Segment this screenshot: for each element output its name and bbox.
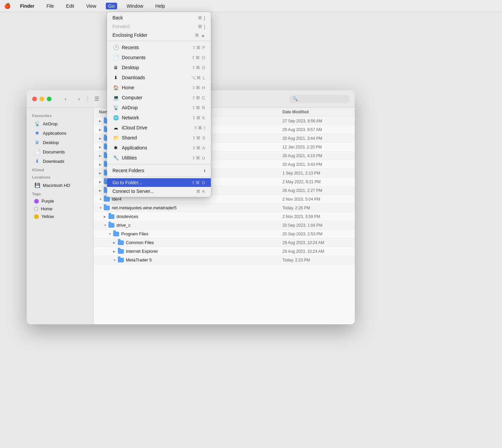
menubar-window[interactable]: Window — [124, 3, 146, 9]
list-item[interactable]: ▶Internet Explorer 29 Aug 2023, 10:24 AM — [94, 247, 355, 256]
menu-network-shortcut: ⇧⌘ K — [192, 115, 205, 120]
sidebar-desktop-label: Desktop — [43, 140, 59, 145]
menu-item-enclosing[interactable]: Enclosing Folder ⌘ ▲ — [107, 31, 211, 39]
apple-menu-icon[interactable]: 🍎 — [4, 3, 11, 9]
sidebar-item-macintosh-hd[interactable]: 💾 Macintosh HD — [29, 181, 91, 190]
sidebar-item-downloads[interactable]: ⬇ Downloads — [29, 156, 91, 166]
menu-home-shortcut: ⇧⌘ H — [192, 85, 205, 90]
list-item[interactable]: ▼drive_c 20 Sep 2023, 1:04 PM — [94, 221, 355, 230]
menu-airdrop-shortcut: ⇧⌘ R — [192, 105, 205, 110]
menubar-finder[interactable]: Finder — [17, 3, 37, 9]
expand-triangle[interactable]: ▼ — [99, 206, 104, 210]
row-filename: lder4 — [112, 197, 121, 202]
menu-item-desktop[interactable]: 🖥 Desktop ⇧⌘ D — [107, 63, 211, 73]
menu-item-icloud[interactable]: ☁ iCloud Drive ⇧⌘ I — [107, 123, 211, 133]
expand-triangle[interactable]: ▶ — [99, 180, 104, 184]
downloads-menu-icon: ⬇ — [112, 74, 119, 81]
menu-enclosing-shortcut: ⌘ ▲ — [195, 33, 205, 38]
menu-item-applications[interactable]: ✱ Applications ⇧⌘ A — [107, 143, 211, 153]
menu-forward-label: Forward — [112, 24, 198, 29]
sidebar-tag-home[interactable]: Home — [29, 205, 91, 213]
menu-icloud-shortcut: ⇧⌘ I — [194, 125, 205, 130]
menu-item-connect-server[interactable]: Connect to Server... ⌘ K — [107, 187, 211, 196]
menu-item-shared[interactable]: 📁 Shared ⇧⌘ S — [107, 133, 211, 143]
back-toolbar-button[interactable]: ‹ — [61, 94, 70, 104]
menu-go-to-folder-label: Go to Folder... — [112, 180, 191, 185]
list-item[interactable]: ▶dosdevices 2 Nov 2023, 3:59 PM — [94, 212, 355, 221]
locations-section-label: Locations — [27, 173, 93, 181]
menu-item-recents[interactable]: 🕐 Recents ⇧⌘ F — [107, 42, 211, 52]
forward-toolbar-button[interactable]: › — [74, 94, 84, 104]
search-field[interactable]: 🔍 — [289, 95, 349, 103]
menu-home-label: Home — [122, 85, 192, 90]
menu-separator-1 — [107, 41, 211, 41]
expand-triangle[interactable]: ▶ — [99, 119, 104, 123]
row-date: 2 May 2022, 8:21 PM — [282, 180, 349, 184]
menu-forward-shortcut: ⌘ ] — [198, 24, 205, 29]
expand-triangle[interactable]: ▼ — [108, 232, 113, 236]
row-date: 2 Nov 2023, 3:59 PM — [282, 214, 349, 219]
home-menu-icon: 🏠 — [112, 84, 119, 91]
expand-triangle[interactable]: ▼ — [113, 258, 118, 262]
menubar-view[interactable]: View — [83, 3, 99, 9]
menu-item-back[interactable]: Back ⌘ [ — [107, 13, 211, 22]
minimize-button[interactable] — [39, 97, 44, 101]
list-item[interactable]: ▼MetaTrader 5 Today, 2:23 PM — [94, 256, 355, 264]
menu-item-home[interactable]: 🏠 Home ⇧⌘ H — [107, 83, 211, 93]
menu-recents-label: Recents — [122, 45, 192, 50]
expand-triangle[interactable]: ▶ — [104, 215, 108, 218]
menubar-help[interactable]: Help — [153, 3, 168, 9]
icloud-section-label: iCloud — [27, 166, 93, 173]
menu-desktop-label: Desktop — [122, 65, 192, 70]
date-column-header[interactable]: Date Modified — [282, 110, 349, 114]
sidebar-tag-purple[interactable]: Purple — [29, 197, 91, 205]
sidebar-item-applications[interactable]: ✱ Applications — [29, 128, 91, 138]
sidebar-item-airdrop[interactable]: 📡 AirDrop — [29, 119, 91, 128]
expand-triangle[interactable]: ▶ — [99, 145, 104, 149]
menu-item-airdrop[interactable]: 📡 AirDrop ⇧⌘ R — [107, 103, 211, 113]
expand-triangle[interactable]: ▶ — [113, 250, 118, 253]
row-date: Today, 2:23 PM — [282, 258, 349, 262]
expand-triangle[interactable]: ▶ — [99, 189, 104, 192]
expand-triangle[interactable]: ▼ — [99, 198, 104, 201]
menu-item-utilities[interactable]: 🔧 Utilities ⇧⌘ U — [107, 153, 211, 163]
menu-item-recent-folders[interactable]: Recent Folders — [107, 166, 211, 175]
search-icon: 🔍 — [292, 96, 298, 101]
expand-triangle[interactable]: ▶ — [113, 241, 118, 244]
menu-item-network[interactable]: 🌐 Network ⇧⌘ K — [107, 113, 211, 123]
expand-triangle[interactable]: ▶ — [99, 172, 104, 175]
row-date: 29 Aug 2023, 10:24 AM — [282, 249, 349, 254]
list-item[interactable]: ▼Program Files 20 Sep 2023, 2:53 PM — [94, 230, 355, 238]
menubar-file[interactable]: File — [44, 3, 57, 9]
row-date: 20 Sep 2023, 1:04 PM — [282, 223, 349, 228]
expand-triangle[interactable]: ▶ — [99, 128, 104, 131]
list-item[interactable]: ▶Common Files 29 Aug 2023, 10:24 AM — [94, 238, 355, 247]
sidebar-applications-label: Applications — [43, 131, 66, 136]
airdrop-icon: 📡 — [34, 121, 40, 127]
menu-documents-shortcut: ⇧⌘ O — [191, 55, 205, 60]
list-item[interactable]: ▼net.metaquotes.wine.metatrader5 Today, … — [94, 204, 355, 212]
close-button[interactable] — [32, 97, 37, 101]
list-view-button[interactable]: ☰ — [92, 94, 101, 104]
menu-item-forward[interactable]: Forward ⌘ ] — [107, 22, 211, 31]
icloud-menu-icon: ☁ — [112, 124, 119, 131]
menu-item-downloads[interactable]: ⬇ Downloads ⌥⌘ L — [107, 73, 211, 83]
sidebar-macintosh-hd-label: Macintosh HD — [43, 183, 70, 188]
maximize-button[interactable] — [47, 97, 52, 101]
menu-item-go-to-folder[interactable]: Go to Folder... ⇧⌘ G — [107, 178, 211, 187]
sidebar-item-desktop[interactable]: 🖥 Desktop — [29, 138, 91, 147]
expand-triangle[interactable]: ▶ — [99, 163, 104, 166]
menu-utilities-shortcut: ⇧⌘ U — [192, 155, 205, 160]
menu-item-documents[interactable]: 📄 Documents ⇧⌘ O — [107, 52, 211, 63]
sidebar-tag-yellow[interactable]: Yellow — [29, 213, 91, 220]
sidebar-item-documents[interactable]: 📄 Documents — [29, 147, 91, 156]
go-menu: Back ⌘ [ Forward ⌘ ] Enclosing Folder ⌘ … — [107, 12, 211, 197]
expand-triangle[interactable]: ▼ — [104, 224, 108, 227]
menu-item-computer[interactable]: 💻 Computer ⇧⌘ C — [107, 93, 211, 103]
purple-tag-label: Purple — [41, 199, 54, 204]
menubar-go[interactable]: Go — [106, 3, 117, 9]
expand-triangle[interactable]: ▶ — [99, 154, 104, 157]
expand-triangle[interactable]: ▶ — [99, 137, 104, 140]
menubar-edit[interactable]: Edit — [63, 3, 77, 9]
tags-section-label: Tags — [27, 190, 93, 197]
